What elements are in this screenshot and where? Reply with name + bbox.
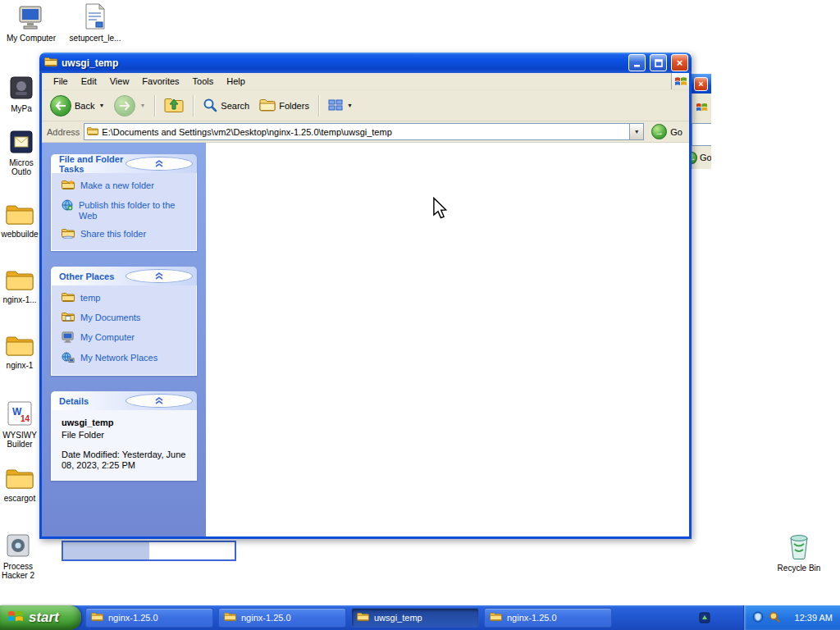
titlebar[interactable]: uwsgi_temp × [39, 52, 692, 73]
svg-text:14: 14 [21, 414, 30, 423]
address-label: Address [47, 127, 80, 137]
folder-icon [6, 468, 34, 491]
desktop-icon-process-hacker[interactable]: Process Hacker 2 [0, 533, 48, 580]
address-input[interactable]: E:\Documents and Settings\vm2\Desktop\ng… [84, 123, 644, 140]
back-icon [50, 95, 71, 116]
taskbar-button-nginx-3[interactable]: nginx-1.25.0 [484, 608, 612, 628]
installer-document-icon [84, 3, 106, 31]
close-button[interactable]: × [671, 54, 688, 71]
up-button[interactable] [161, 95, 187, 116]
window-title: uwsgi_temp [62, 57, 624, 69]
share-folder-icon [62, 228, 75, 241]
system-tray: 12:39 AM [743, 605, 840, 630]
forward-dropdown-icon: ▼ [139, 103, 145, 108]
desktop-icon-recycle-bin[interactable]: Recycle Bin [769, 532, 829, 573]
window-chrome: File Edit View Favorites Tools Help Back… [39, 73, 692, 539]
back-button[interactable]: Back ▼ [47, 94, 107, 118]
task-sidebar: File and Folder Tasks Make a new folder … [42, 143, 206, 536]
outlook-icon [9, 130, 34, 156]
app-icon: W14 [7, 400, 33, 428]
tray-shield-icon[interactable] [752, 611, 764, 624]
menu-favorites[interactable]: Favorites [135, 75, 185, 88]
recycle-bin-icon [786, 532, 812, 561]
new-folder-icon [62, 180, 75, 193]
views-dropdown-icon[interactable]: ▼ [347, 103, 353, 108]
maximize-button[interactable] [650, 54, 667, 71]
taskbar-system-icon[interactable] [699, 612, 710, 627]
make-new-folder-link[interactable]: Make a new folder [62, 180, 191, 193]
publish-globe-icon [62, 199, 73, 213]
places-panel: Other Places temp My Documents [51, 267, 197, 376]
minimize-button[interactable] [628, 54, 646, 71]
collapse-chevron-icon[interactable] [126, 157, 194, 171]
menu-file[interactable]: File [47, 75, 75, 88]
folder-up-icon [164, 97, 184, 115]
desktop-icon-my-computer[interactable]: My Computer [2, 5, 61, 43]
place-my-documents-link[interactable]: My Documents [62, 313, 191, 325]
desktop-icon-setupcert[interactable]: setupcert_le... [66, 3, 125, 43]
background-window[interactable]: × → Go [692, 74, 711, 169]
background-window-fragment[interactable] [62, 541, 236, 561]
forward-button[interactable]: ▼ [111, 94, 148, 118]
desktop-icon-label: escargot [4, 494, 35, 503]
search-button[interactable]: Search [199, 96, 253, 116]
desktop-icon-label: setupcert_le... [70, 34, 121, 43]
start-button[interactable]: start [0, 605, 81, 630]
app-icon [6, 533, 30, 559]
network-places-icon [62, 352, 75, 366]
desktop-icon-label: My Computer [7, 34, 56, 43]
menu-view[interactable]: View [103, 75, 136, 88]
window-folder-icon [44, 56, 57, 71]
background-window-fragment-fill [63, 542, 149, 559]
taskbar-button-nginx-1[interactable]: nginx-1.25.0 [85, 608, 213, 628]
tasks-panel: File and Folder Tasks Make a new folder … [51, 154, 197, 251]
place-my-network-link[interactable]: My Network Places [62, 353, 191, 366]
place-my-computer-link[interactable]: My Computer [62, 332, 191, 345]
places-panel-header[interactable]: Other Places [51, 267, 197, 285]
details-type: File Folder [62, 430, 191, 440]
collapse-chevron-icon[interactable] [126, 394, 194, 408]
go-icon: → [692, 152, 697, 164]
go-button[interactable]: → Go [648, 124, 686, 139]
address-text: E:\Documents and Settings\vm2\Desktop\ng… [102, 127, 391, 137]
share-folder-link[interactable]: Share this folder [62, 229, 191, 241]
forward-icon [114, 95, 135, 116]
background-window-menubar [692, 94, 711, 123]
menu-tools[interactable]: Tools [186, 75, 221, 88]
tray-search-icon[interactable] [769, 611, 780, 624]
back-dropdown-icon[interactable]: ▼ [98, 103, 104, 108]
folders-button[interactable]: Folders [256, 97, 313, 115]
start-flag-icon [7, 608, 24, 628]
publish-folder-link[interactable]: Publish this folder to the Web [62, 200, 191, 221]
folder-icon [91, 612, 103, 623]
details-panel-header[interactable]: Details [51, 391, 197, 410]
toolbar-separator [193, 95, 194, 116]
desktop-icon-label: MyPa [11, 104, 32, 113]
explorer-window: uwsgi_temp × File Edit View Favorites To… [39, 52, 692, 539]
clock[interactable]: 12:39 AM [795, 613, 833, 623]
taskbar-button-nginx-2[interactable]: nginx-1.25.0 [218, 608, 346, 628]
menu-help[interactable]: Help [220, 75, 252, 88]
taskbar-button-uwsgi-temp[interactable]: uwsgi_temp [351, 608, 479, 628]
collapse-chevron-icon[interactable] [126, 269, 194, 283]
my-computer-icon [18, 5, 44, 31]
folder-content-area[interactable] [206, 143, 689, 536]
views-button[interactable]: ▼ [325, 97, 356, 115]
details-panel: Details uwsgi_temp File Folder Date Modi… [51, 391, 197, 481]
background-go-button[interactable]: → Go [692, 146, 711, 169]
desktop-icon-label: webbuilde [1, 230, 38, 239]
folder-icon [6, 335, 34, 358]
folder-icon [6, 203, 34, 227]
places-panel-body: temp My Documents My Computer My Ne [51, 285, 197, 376]
folder-icon [490, 612, 502, 623]
address-dropdown-button[interactable]: ▼ [629, 124, 643, 139]
folder-icon [224, 612, 236, 623]
details-name: uwsgi_temp [62, 418, 191, 427]
go-icon: → [651, 124, 667, 139]
background-close-button[interactable]: × [694, 77, 708, 91]
place-temp-link[interactable]: temp [62, 293, 191, 305]
details-panel-body: uwsgi_temp File Folder Date Modified: Ye… [51, 410, 197, 481]
menu-edit[interactable]: Edit [75, 75, 103, 88]
tasks-panel-header[interactable]: File and Folder Tasks [51, 154, 197, 173]
desktop-icon-label: nginx-1 [7, 361, 34, 370]
